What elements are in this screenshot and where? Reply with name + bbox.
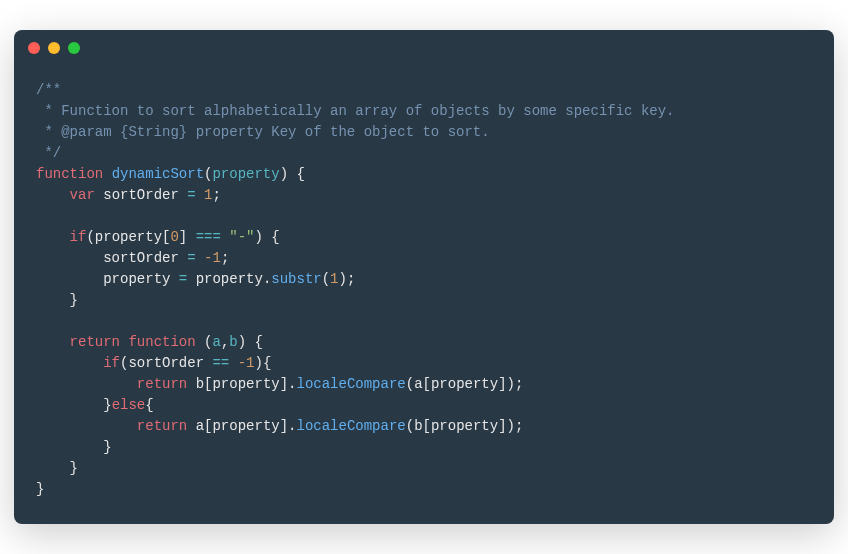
code-editor[interactable]: /** * Function to sort alphabetically an…: [14, 66, 834, 524]
code-line: * Function to sort alphabetically an arr…: [36, 101, 812, 122]
code-line: }else{: [36, 395, 812, 416]
code-line: * @param {String} property Key of the ob…: [36, 122, 812, 143]
code-line: }: [36, 290, 812, 311]
code-line: return b[property].localeCompare(a[prope…: [36, 374, 812, 395]
code-line: */: [36, 143, 812, 164]
code-line: }: [36, 458, 812, 479]
code-line: function dynamicSort(property) {: [36, 164, 812, 185]
code-line: if(sortOrder == -1){: [36, 353, 812, 374]
comment: * @param {String} property Key of the ob…: [36, 124, 490, 140]
code-line: property = property.substr(1);: [36, 269, 812, 290]
comment: */: [36, 145, 61, 161]
comment: * Function to sort alphabetically an arr…: [36, 103, 675, 119]
minimize-icon[interactable]: [48, 42, 60, 54]
titlebar: [14, 30, 834, 66]
comment: /**: [36, 82, 61, 98]
code-line: }: [36, 479, 812, 500]
close-icon[interactable]: [28, 42, 40, 54]
code-line: return a[property].localeCompare(b[prope…: [36, 416, 812, 437]
code-line: /**: [36, 80, 812, 101]
code-line: [36, 311, 812, 332]
code-line: if(property[0] === "-") {: [36, 227, 812, 248]
maximize-icon[interactable]: [68, 42, 80, 54]
code-line: var sortOrder = 1;: [36, 185, 812, 206]
code-line: }: [36, 437, 812, 458]
code-line: [36, 206, 812, 227]
code-line: return function (a,b) {: [36, 332, 812, 353]
code-window: /** * Function to sort alphabetically an…: [14, 30, 834, 524]
code-line: sortOrder = -1;: [36, 248, 812, 269]
